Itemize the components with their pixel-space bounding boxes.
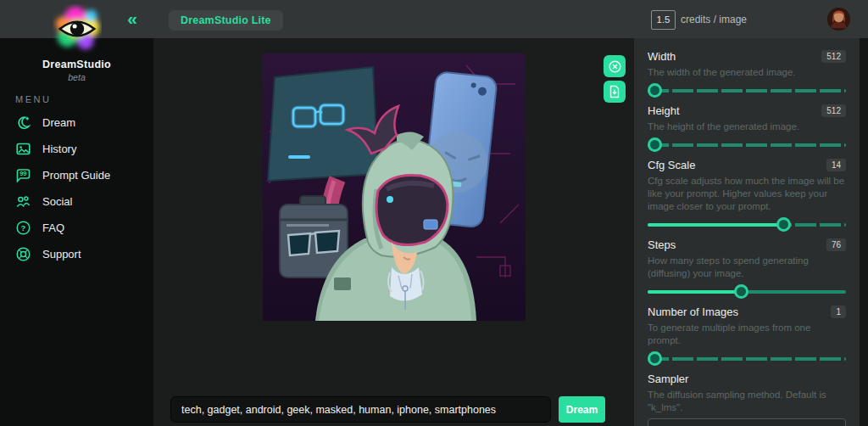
dream-button[interactable]: Dream xyxy=(559,396,605,423)
slider-handle[interactable] xyxy=(776,217,791,232)
sidebar-item-label: Prompt Guide xyxy=(42,169,110,182)
sampler-select[interactable]: k_lms xyxy=(648,418,846,426)
people-icon xyxy=(15,193,31,210)
moon-sparkle-icon xyxy=(15,115,31,131)
user-avatar[interactable] xyxy=(827,8,850,31)
height-section: Height 512 The height of the generated i… xyxy=(648,104,846,152)
width-section: Width 512 The width of the generated ima… xyxy=(648,50,846,98)
sidebar-item-label: Dream xyxy=(42,116,75,129)
steps-label: Steps xyxy=(648,238,676,251)
cfg-scale-label: Cfg Scale xyxy=(648,159,695,171)
menu-section-label: MENU xyxy=(15,94,51,104)
file-download-icon xyxy=(608,85,621,98)
sidebar-item-dream[interactable]: Dream xyxy=(0,109,153,136)
steps-value-badge: 76 xyxy=(826,238,846,251)
circle-x-icon xyxy=(608,59,622,74)
number-of-images-value-badge: 1 xyxy=(831,305,846,318)
dreamstudio-lite-badge: DreamStudio Lite xyxy=(169,10,283,31)
sidebar-item-social[interactable]: Social xyxy=(0,188,153,215)
slider-handle[interactable] xyxy=(648,137,662,152)
width-value-badge: 512 xyxy=(821,50,846,63)
credits-per-image-value: 1.5 xyxy=(651,10,676,30)
sidebar-item-faq[interactable]: ? FAQ xyxy=(0,215,153,241)
slider-track xyxy=(648,89,846,92)
sampler-description: The diffusion sampling method. Default i… xyxy=(648,389,846,414)
sidebar-item-label: Support xyxy=(42,248,81,261)
sidebar-item-prompt-guide[interactable]: 99 Prompt Guide xyxy=(0,162,153,188)
settings-panel: Width 512 The width of the generated ima… xyxy=(634,38,860,426)
quote-bubble-icon: 99 xyxy=(15,167,31,183)
slider-handle[interactable] xyxy=(734,284,748,299)
sidebar: MENU Dream History 99 Prompt Guide xyxy=(0,38,153,426)
sampler-label: Sampler xyxy=(648,373,688,385)
dreamstudio-logo: DreamStudio beta xyxy=(0,4,153,82)
cfg-scale-value-badge: 14 xyxy=(826,159,846,171)
generated-image xyxy=(263,53,526,321)
number-of-images-label: Number of Images xyxy=(648,305,738,318)
number-of-images-section: Number of Images 1 To generate multiple … xyxy=(648,305,846,366)
logo-name: DreamStudio xyxy=(0,59,153,70)
slider-fill xyxy=(648,290,741,294)
number-of-images-slider[interactable] xyxy=(648,351,846,366)
sidebar-menu: Dream History 99 Prompt Guide Social xyxy=(0,109,153,267)
height-description: The height of the generated image. xyxy=(648,121,846,133)
height-slider[interactable] xyxy=(648,137,846,152)
width-slider[interactable] xyxy=(648,83,846,98)
slider-fill xyxy=(648,223,783,227)
prompt-input[interactable] xyxy=(170,396,551,423)
number-of-images-description: To generate multiple images from one pro… xyxy=(648,322,846,347)
panel-scrollbar[interactable] xyxy=(860,38,868,426)
height-label: Height xyxy=(648,104,680,117)
svg-text:?: ? xyxy=(21,223,26,233)
sidebar-item-label: History xyxy=(42,143,76,155)
sidebar-item-label: FAQ xyxy=(42,221,64,234)
sidebar-item-support[interactable]: Support xyxy=(0,241,153,267)
logo-eye-icon xyxy=(53,4,102,53)
steps-slider[interactable] xyxy=(648,284,846,299)
height-value-badge: 512 xyxy=(821,104,846,117)
cfg-scale-section: Cfg Scale 14 Cfg scale adjusts how much … xyxy=(648,159,846,232)
sidebar-item-label: Social xyxy=(42,195,72,208)
credits-per-image-label: credits / image xyxy=(681,14,747,25)
width-description: The width of the generated image. xyxy=(648,66,846,79)
close-image-button[interactable] xyxy=(604,55,626,77)
slider-track xyxy=(648,143,846,147)
width-label: Width xyxy=(648,50,676,63)
cfg-scale-description: Cfg scale adjusts how much the image wil… xyxy=(648,175,846,213)
main-canvas-area: Dream xyxy=(153,38,634,426)
slider-track xyxy=(648,357,846,361)
slider-handle[interactable] xyxy=(648,83,662,98)
steps-section: Steps 76 How many steps to spend generat… xyxy=(648,238,846,299)
slider-handle[interactable] xyxy=(648,351,662,366)
life-ring-icon xyxy=(15,246,31,262)
sampler-section: Sampler The diffusion sampling method. D… xyxy=(648,373,846,426)
sidebar-item-history[interactable]: History xyxy=(0,136,153,162)
avatar-image xyxy=(827,8,850,31)
svg-text:99: 99 xyxy=(19,170,26,177)
cfg-scale-slider[interactable] xyxy=(648,217,846,232)
image-icon xyxy=(15,141,31,157)
logo-beta-tag: beta xyxy=(0,72,153,82)
question-circle-icon: ? xyxy=(15,220,31,236)
prompt-bar: Dream xyxy=(170,396,621,423)
download-image-button[interactable] xyxy=(604,81,626,103)
steps-description: How many steps to spend generating (diff… xyxy=(648,255,846,280)
